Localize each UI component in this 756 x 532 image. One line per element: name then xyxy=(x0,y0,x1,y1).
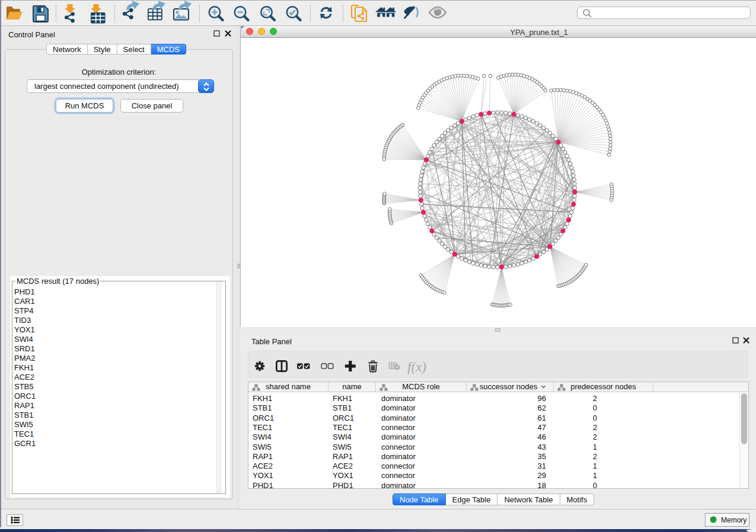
svg-text:f(x): f(x) xyxy=(407,360,426,374)
